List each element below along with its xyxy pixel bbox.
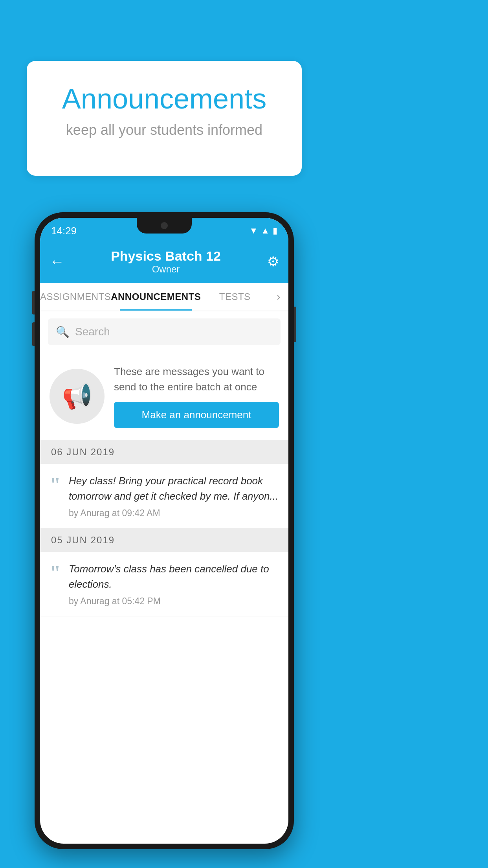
tab-assignments[interactable]: ASSIGNMENTS bbox=[40, 283, 111, 311]
announcement-text-1: Hey class! Bring your practical record b… bbox=[69, 473, 279, 504]
status-icons: ▼ ▲ ▮ bbox=[249, 226, 277, 236]
announcement-content-1: Hey class! Bring your practical record b… bbox=[69, 473, 279, 519]
phone-mockup: 14:29 ▼ ▲ ▮ ← Physics Batch 12 Owner ⚙ bbox=[35, 212, 294, 849]
batch-name: Physics Batch 12 bbox=[111, 248, 221, 264]
tabs-bar: ASSIGNMENTS ANNOUNCEMENTS TESTS › bbox=[40, 283, 288, 311]
status-time: 14:29 bbox=[51, 225, 77, 237]
bubble-subtitle: keep all your students informed bbox=[50, 122, 278, 138]
prompt-description: These are messages you want to send to t… bbox=[114, 364, 279, 395]
bubble-title: Announcements bbox=[50, 83, 278, 115]
phone-screen: 14:29 ▼ ▲ ▮ ← Physics Batch 12 Owner ⚙ bbox=[40, 218, 288, 844]
search-input[interactable]: Search bbox=[75, 326, 110, 338]
make-announcement-button[interactable]: Make an announcement bbox=[114, 402, 279, 428]
speech-bubble: Announcements keep all your students inf… bbox=[27, 61, 302, 176]
announcement-content-2: Tomorrow's class has been cancelled due … bbox=[69, 561, 279, 607]
search-bar[interactable]: 🔍 Search bbox=[48, 318, 281, 345]
camera-dot bbox=[161, 222, 168, 229]
header-center: Physics Batch 12 Owner bbox=[111, 248, 221, 275]
megaphone-icon: 📢 bbox=[62, 382, 92, 410]
search-icon: 🔍 bbox=[56, 326, 70, 338]
tab-announcements[interactable]: ANNOUNCEMENTS bbox=[111, 283, 201, 311]
date-separator-2: 05 JUN 2019 bbox=[40, 528, 288, 552]
phone-outer: 14:29 ▼ ▲ ▮ ← Physics Batch 12 Owner ⚙ bbox=[35, 212, 294, 849]
notch bbox=[137, 218, 192, 234]
volume-up-button bbox=[32, 291, 35, 314]
prompt-right: These are messages you want to send to t… bbox=[114, 364, 279, 428]
tab-tests[interactable]: TESTS bbox=[201, 283, 269, 311]
date-separator-1: 06 JUN 2019 bbox=[40, 440, 288, 464]
power-button bbox=[294, 307, 296, 342]
announcement-meta-1: by Anurag at 09:42 AM bbox=[69, 508, 279, 519]
battery-icon: ▮ bbox=[273, 226, 277, 236]
megaphone-circle: 📢 bbox=[50, 369, 105, 424]
announcement-item-2[interactable]: " Tomorrow's class has been cancelled du… bbox=[40, 552, 288, 616]
user-role: Owner bbox=[111, 264, 221, 275]
search-container: 🔍 Search bbox=[40, 311, 288, 352]
announcement-prompt: 📢 These are messages you want to send to… bbox=[40, 352, 288, 440]
speech-bubble-container: Announcements keep all your students inf… bbox=[27, 61, 302, 176]
back-button[interactable]: ← bbox=[50, 253, 64, 270]
quote-icon-1: " bbox=[50, 475, 61, 495]
signal-icon: ▲ bbox=[261, 226, 270, 236]
wifi-icon: ▼ bbox=[249, 226, 258, 236]
volume-down-button bbox=[32, 322, 35, 346]
app-header: ← Physics Batch 12 Owner ⚙ bbox=[40, 240, 288, 283]
announcement-meta-2: by Anurag at 05:42 PM bbox=[69, 596, 279, 607]
announcement-item-1[interactable]: " Hey class! Bring your practical record… bbox=[40, 464, 288, 528]
tab-more[interactable]: › bbox=[269, 291, 288, 303]
quote-icon-2: " bbox=[50, 563, 61, 583]
settings-icon[interactable]: ⚙ bbox=[267, 254, 279, 269]
announcement-text-2: Tomorrow's class has been cancelled due … bbox=[69, 561, 279, 592]
